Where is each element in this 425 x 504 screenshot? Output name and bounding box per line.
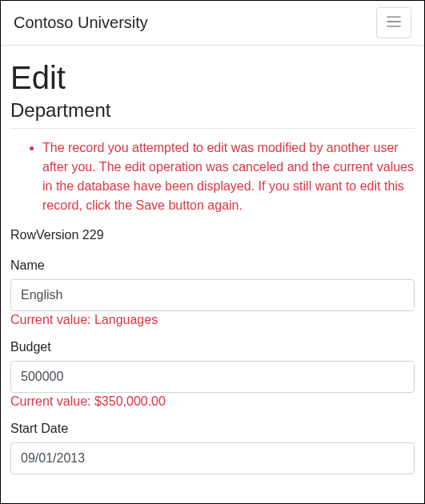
page-subtitle: Department	[10, 99, 415, 122]
budget-input[interactable]	[10, 361, 415, 393]
form-group-budget: Budget Current value: $350,000.00	[10, 340, 415, 409]
name-error: Current value: Languages	[10, 313, 415, 327]
divider	[10, 128, 415, 129]
page-title: Edit	[10, 60, 415, 96]
main-container: Edit Department The record you attempted…	[1, 46, 424, 474]
hamburger-icon	[385, 13, 403, 33]
budget-label: Budget	[10, 340, 415, 354]
navbar: Contoso University	[1, 1, 424, 46]
validation-message: The record you attempted to edit was mod…	[42, 138, 415, 215]
name-input[interactable]	[10, 279, 415, 311]
rowversion-label: RowVersion	[10, 228, 78, 242]
start-date-label: Start Date	[10, 422, 415, 436]
start-date-input[interactable]	[10, 442, 415, 474]
navbar-brand[interactable]: Contoso University	[14, 14, 148, 32]
budget-error: Current value: $350,000.00	[10, 394, 415, 409]
navbar-toggler-button[interactable]	[376, 7, 411, 38]
rowversion-value: 229	[82, 228, 104, 242]
form-group-name: Name Current value: Languages	[10, 258, 415, 327]
rowversion-display: RowVersion 229	[10, 228, 415, 242]
name-label: Name	[10, 258, 415, 273]
validation-summary: The record you attempted to edit was mod…	[10, 138, 415, 215]
form-group-start-date: Start Date	[10, 422, 415, 474]
